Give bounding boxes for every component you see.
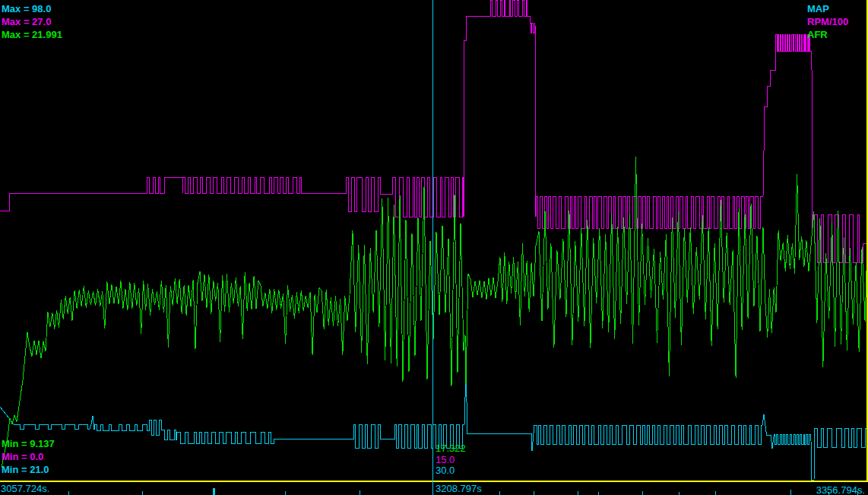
max-readout-afr: Max = 21.991 <box>2 30 62 40</box>
cursor-value-rpm: 15.0 <box>436 455 455 465</box>
legend-item-afr: AFR <box>807 30 828 40</box>
bottom-tick <box>499 491 500 495</box>
bottom-tick <box>715 491 716 495</box>
time-label-start: 3057.724s. <box>1 484 49 494</box>
bottom-tick <box>213 488 215 495</box>
bottom-tick <box>642 491 643 495</box>
afr-trace <box>2 157 868 468</box>
bottom-tick <box>360 490 360 495</box>
bottom-tick <box>598 492 599 495</box>
log-viewer: Max = 98.0 Max = 27.0 Max = 21.991 MAP R… <box>0 0 868 495</box>
max-readout-map: Max = 98.0 <box>2 4 51 14</box>
max-readout-rpm: Max = 27.0 <box>2 17 51 27</box>
frame-baseline <box>0 481 868 482</box>
time-label-cursor: 3208.797s <box>436 484 482 494</box>
rpm-100-trace <box>0 0 868 262</box>
bottom-tick <box>68 491 69 495</box>
bottom-tick <box>534 491 534 495</box>
cursor-value-map: 30.0 <box>436 465 455 476</box>
bottom-tick <box>790 490 791 495</box>
min-readout-rpm: Min = 0.0 <box>2 452 43 462</box>
trace-canvas[interactable] <box>0 0 868 495</box>
min-readout-afr: Min = 9.137 <box>2 439 55 449</box>
cursor-value-afr: 17.322 <box>436 443 466 454</box>
bottom-tick <box>285 491 286 495</box>
time-label-end: 3356.794s. <box>816 485 865 495</box>
legend-item-rpm: RPM/100 <box>807 17 848 27</box>
min-readout-map: Min = 21.0 <box>2 465 49 475</box>
bottom-tick <box>142 491 143 495</box>
map-trace <box>0 370 868 480</box>
legend-item-map: MAP <box>807 4 829 14</box>
bottom-tick <box>679 492 680 495</box>
bottom-tick <box>578 491 578 495</box>
